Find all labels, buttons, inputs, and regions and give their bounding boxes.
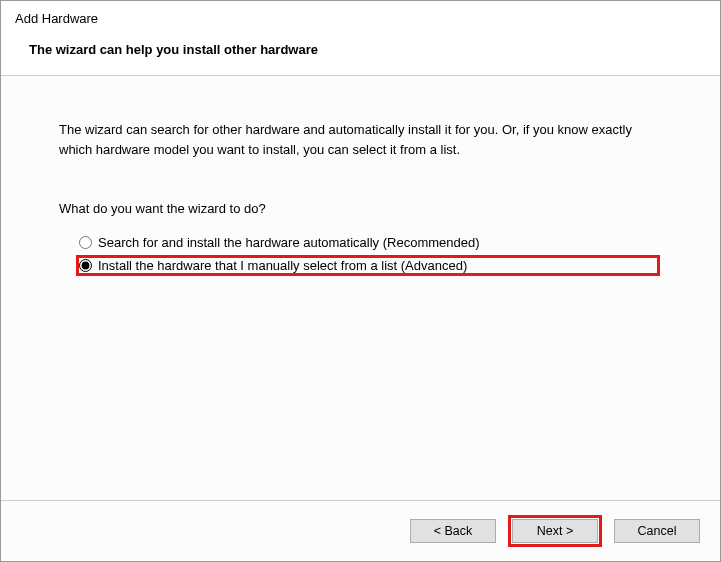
radio-options: Search for and install the hardware auto… xyxy=(59,232,660,276)
next-button-wrapper: Next > xyxy=(508,515,602,547)
wizard-footer: < Back Next > Cancel xyxy=(1,500,720,561)
radio-manual-select[interactable] xyxy=(79,259,92,272)
wizard-question: What do you want the wizard to do? xyxy=(59,201,660,216)
cancel-button[interactable]: Cancel xyxy=(614,519,700,543)
back-button-wrapper: < Back xyxy=(406,515,500,547)
wizard-content: The wizard can search for other hardware… xyxy=(1,76,720,500)
option-manual-select[interactable]: Install the hardware that I manually sel… xyxy=(76,255,660,276)
wizard-description: The wizard can search for other hardware… xyxy=(59,120,660,159)
next-button[interactable]: Next > xyxy=(512,519,598,543)
option-auto-search[interactable]: Search for and install the hardware auto… xyxy=(77,232,660,253)
back-button[interactable]: < Back xyxy=(410,519,496,543)
radio-auto-search[interactable] xyxy=(79,236,92,249)
cancel-button-wrapper: Cancel xyxy=(610,515,704,547)
wizard-header: Add Hardware The wizard can help you ins… xyxy=(1,1,720,76)
window-title: Add Hardware xyxy=(15,11,706,26)
option-auto-search-label: Search for and install the hardware auto… xyxy=(98,235,480,250)
option-manual-select-label: Install the hardware that I manually sel… xyxy=(98,258,467,273)
wizard-subtitle: The wizard can help you install other ha… xyxy=(29,42,706,57)
add-hardware-window: Add Hardware The wizard can help you ins… xyxy=(0,0,721,562)
